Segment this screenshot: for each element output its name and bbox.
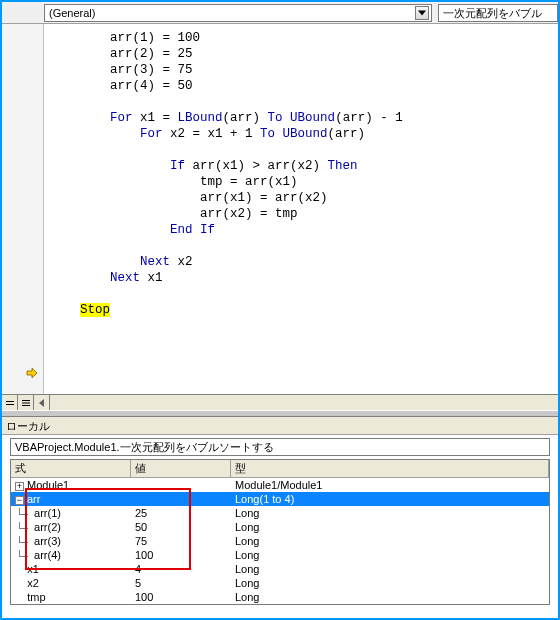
expr-value: 4 xyxy=(131,563,231,575)
expr-type: Long(1 to 4) xyxy=(231,493,549,505)
window-frame: (General) 一次元配列をバブル arr(1) = 100 arr(2) … xyxy=(0,0,560,620)
code-line: arr(3) = 75 xyxy=(110,63,193,77)
kw-next: Next xyxy=(140,255,170,269)
expr-value: 5 xyxy=(131,577,231,589)
locals-row[interactable]: +Module1Module1/Module1 xyxy=(11,478,549,492)
stop-statement: Stop xyxy=(80,303,110,317)
svg-rect-1 xyxy=(6,404,14,405)
expr-type: Long xyxy=(231,507,549,519)
expr-name: x1 xyxy=(27,563,39,575)
col-expression[interactable]: 式 xyxy=(11,460,131,478)
col-value[interactable]: 値 xyxy=(131,460,231,478)
code-text: arr(x1) > arr(x2) xyxy=(185,159,328,173)
expr-type: Module1/Module1 xyxy=(231,479,549,491)
expr-name: tmp xyxy=(27,591,45,603)
code-text: x1 = xyxy=(133,111,178,125)
locals-body: +Module1Module1/Module1−arrLong(1 to 4) … xyxy=(11,478,549,604)
code-text xyxy=(283,111,291,125)
code-line: arr(4) = 50 xyxy=(110,79,193,93)
expr-value: 75 xyxy=(131,535,231,547)
scroll-left-button[interactable] xyxy=(34,395,50,410)
kw-then: Then xyxy=(328,159,358,173)
kw-endif: End If xyxy=(170,223,215,237)
expr-type: Long xyxy=(231,563,549,575)
chevron-down-icon[interactable] xyxy=(415,6,429,20)
kw-for: For xyxy=(140,127,163,141)
code-line: arr(x2) = tmp xyxy=(200,207,298,221)
expr-name: Module1 xyxy=(27,479,69,491)
expand-icon[interactable]: + xyxy=(15,482,24,491)
procedure-dropdown[interactable]: 一次元配列をバブル xyxy=(438,4,558,22)
code-dropdown-bar: (General) 一次元配列をバブル xyxy=(2,2,558,24)
expr-type: Long xyxy=(231,535,549,547)
code-text: x2 = x1 + 1 xyxy=(163,127,261,141)
expr-value: 25 xyxy=(131,507,231,519)
expr-type: Long xyxy=(231,591,549,603)
expr-value: 50 xyxy=(131,521,231,533)
code-pane: arr(1) = 100 arr(2) = 25 arr(3) = 75 arr… xyxy=(2,24,558,394)
kw-for: For xyxy=(110,111,133,125)
object-dropdown-text: (General) xyxy=(49,7,95,19)
procedure-view-button[interactable] xyxy=(2,395,18,410)
code-text: (arr) - 1 xyxy=(335,111,403,125)
locals-header-row: 式 値 型 xyxy=(11,460,549,478)
locals-row[interactable]: arr(3)75Long xyxy=(11,534,549,548)
expr-name: arr(3) xyxy=(34,535,61,547)
locals-context-text: VBAProject.Module1.一次元配列をバブルソートする xyxy=(15,440,274,455)
kw-to: To xyxy=(260,127,275,141)
h-scrollbar[interactable] xyxy=(50,395,558,410)
kw-to: To xyxy=(268,111,283,125)
code-editor[interactable]: arr(1) = 100 arr(2) = 25 arr(3) = 75 arr… xyxy=(44,24,558,394)
full-module-view-button[interactable] xyxy=(18,395,34,410)
locals-row[interactable]: x25Long xyxy=(11,576,549,590)
code-text: x1 xyxy=(140,271,163,285)
fn-ubound: UBound xyxy=(283,127,328,141)
svg-rect-2 xyxy=(22,400,30,401)
code-margin xyxy=(2,24,44,394)
col-type[interactable]: 型 xyxy=(231,460,549,478)
collapse-icon[interactable]: − xyxy=(15,496,24,505)
svg-rect-4 xyxy=(22,405,30,406)
locals-context-box[interactable]: VBAProject.Module1.一次元配列をバブルソートする xyxy=(10,438,550,456)
kw-next: Next xyxy=(110,271,140,285)
code-line: arr(x1) = arr(x2) xyxy=(200,191,328,205)
expr-name: arr xyxy=(27,493,40,505)
expr-name: arr(2) xyxy=(34,521,61,533)
code-text: x2 xyxy=(170,255,193,269)
locals-row[interactable]: arr(2)50Long xyxy=(11,520,549,534)
code-text: (arr) xyxy=(328,127,366,141)
code-text: (arr) xyxy=(223,111,268,125)
locals-row[interactable]: tmp100Long xyxy=(11,590,549,604)
locals-row[interactable]: arr(1)25Long xyxy=(11,506,549,520)
code-view-switcher xyxy=(2,394,558,410)
expr-name: arr(1) xyxy=(34,507,61,519)
locals-title: ローカル xyxy=(2,417,558,435)
fn-ubound: UBound xyxy=(290,111,335,125)
kw-if: If xyxy=(170,159,185,173)
locals-row[interactable]: x14Long xyxy=(11,562,549,576)
svg-rect-3 xyxy=(22,402,30,403)
locals-grid: 式 値 型 +Module1Module1/Module1−arrLong(1 … xyxy=(10,459,550,605)
fn-lbound: LBound xyxy=(178,111,223,125)
code-text xyxy=(275,127,283,141)
execution-pointer-icon xyxy=(26,367,38,382)
expr-type: Long xyxy=(231,549,549,561)
pane-splitter[interactable] xyxy=(2,410,558,417)
code-line: arr(2) = 25 xyxy=(110,47,193,61)
procedure-dropdown-text: 一次元配列をバブル xyxy=(443,6,542,21)
svg-rect-0 xyxy=(6,401,14,402)
object-dropdown[interactable]: (General) xyxy=(44,4,432,22)
locals-row[interactable]: arr(4)100Long xyxy=(11,548,549,562)
code-line: tmp = arr(x1) xyxy=(200,175,298,189)
locals-row[interactable]: −arrLong(1 to 4) xyxy=(11,492,549,506)
expr-name: arr(4) xyxy=(34,549,61,561)
code-line: arr(1) = 100 xyxy=(110,31,200,45)
expr-name: x2 xyxy=(27,577,39,589)
expr-type: Long xyxy=(231,521,549,533)
expr-value: 100 xyxy=(131,549,231,561)
expr-type: Long xyxy=(231,577,549,589)
expr-value: 100 xyxy=(131,591,231,603)
